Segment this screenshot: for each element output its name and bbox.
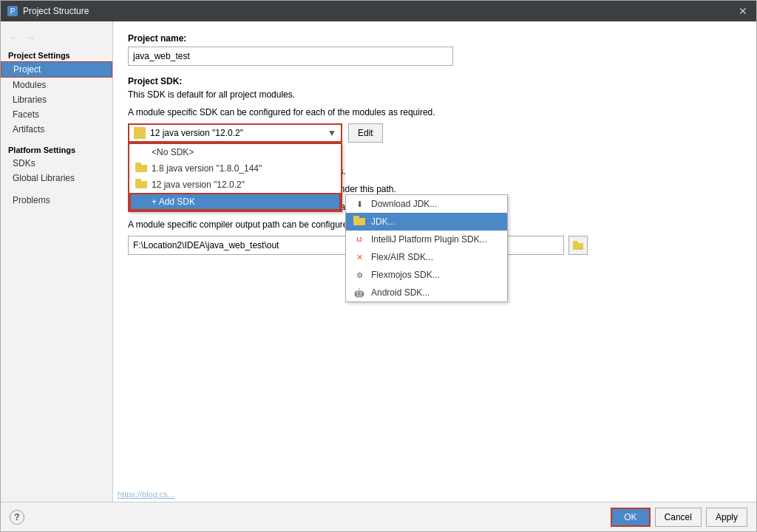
add-sdk-option[interactable]: + + Add SDK ⬇ Download JDK... [129, 193, 341, 211]
svg-text:P: P [10, 7, 16, 16]
project-sdk-desc1: This SDK is default for all project modu… [128, 88, 741, 101]
apply-button[interactable]: Apply [706, 508, 747, 527]
dialog-icon: P [7, 5, 18, 17]
sdk-12-icon [135, 179, 147, 191]
android-icon: 🤖 [353, 287, 365, 299]
sdk-dropdown-popup: <No SDK> 1.8 java version "1.8.0_144" [128, 143, 342, 212]
sidebar-item-modules[interactable]: Modules [1, 78, 112, 92]
submenu-intellij-sdk[interactable]: IJ IntelliJ Platform Plugin SDK... [346, 231, 507, 248]
sidebar-item-project[interactable]: Project [1, 61, 112, 78]
sdk-option-12[interactable]: 12 java version "12.0.2" [129, 177, 341, 193]
forward-arrow[interactable]: → [23, 30, 38, 45]
browse-folder-button[interactable] [568, 236, 588, 255]
edit-sdk-button[interactable]: Edit [348, 123, 383, 143]
submenu-jdk[interactable]: JDK... [346, 213, 507, 231]
dialog-footer: ? OK Cancel Apply [1, 502, 756, 531]
submenu-download-jdk[interactable]: ⬇ Download JDK... [346, 195, 507, 213]
svg-rect-8 [353, 218, 365, 225]
project-sdk-label: Project SDK: [128, 76, 741, 86]
project-settings-label: Project Settings [1, 48, 112, 61]
sidebar-item-libraries[interactable]: Libraries [1, 92, 112, 107]
sidebar-item-problems[interactable]: Problems [1, 193, 112, 208]
selected-sdk-text: 12 java version "12.0.2" [150, 128, 243, 138]
sidebar-item-global-libraries[interactable]: Global Libraries [1, 171, 112, 185]
cancel-button[interactable]: Cancel [655, 508, 702, 527]
jdk-folder-icon [353, 216, 365, 228]
dialog-body: ← → Project Settings Project Modules Lib… [1, 21, 756, 502]
sdk-option-18[interactable]: 1.8 java version "1.8.0_144" [129, 160, 341, 177]
footer-buttons: OK Cancel Apply [611, 508, 747, 527]
svg-rect-10 [573, 243, 583, 250]
sidebar-item-facets[interactable]: Facets [1, 107, 112, 122]
download-icon: ⬇ [353, 198, 365, 210]
close-button[interactable]: ✕ [736, 4, 750, 18]
sidebar-spacer [1, 137, 112, 143]
submenu-flex-sdk[interactable]: ✕ Flex/AIR SDK... [346, 248, 507, 266]
sidebar: ← → Project Settings Project Modules Lib… [1, 21, 113, 502]
title-bar: P Project Structure ✕ [1, 1, 756, 21]
flex-icon: ✕ [353, 251, 365, 263]
intellij-icon: IJ [353, 233, 365, 245]
dialog-title: Project Structure [23, 6, 736, 16]
project-name-input[interactable] [128, 47, 453, 66]
back-arrow[interactable]: ← [7, 30, 21, 45]
svg-rect-4 [135, 165, 147, 172]
sdk-dropdown-wrapper: 12 java version "12.0.2" ▼ <No SDK> [128, 123, 342, 143]
svg-rect-9 [353, 216, 359, 219]
svg-rect-7 [135, 179, 141, 182]
watermark-text: https://blog.cs... [118, 490, 174, 499]
sidebar-item-artifacts[interactable]: Artifacts [1, 122, 112, 137]
sidebar-item-sdks[interactable]: SDKs [1, 156, 112, 171]
svg-rect-3 [135, 129, 140, 132]
svg-rect-5 [135, 163, 141, 166]
project-structure-dialog: P Project Structure ✕ ← → Project Settin… [0, 0, 757, 532]
dropdown-arrow-icon: ▼ [327, 128, 336, 138]
nav-arrows: ← → [1, 27, 112, 48]
plus-icon: + [137, 197, 147, 207]
platform-settings-label: Platform Settings [1, 143, 112, 156]
no-sdk-icon [135, 146, 147, 158]
sdk-folder-icon [134, 127, 146, 139]
sdk-18-icon [135, 163, 147, 174]
sdk-row: 12 java version "12.0.2" ▼ <No SDK> [128, 123, 741, 143]
sdk-option-no-sdk[interactable]: <No SDK> [129, 144, 341, 160]
svg-rect-6 [135, 181, 147, 188]
project-name-label: Project name: [128, 33, 741, 44]
flexmojos-icon: ⚙ [353, 269, 365, 281]
help-button[interactable]: ? [10, 510, 24, 525]
add-sdk-submenu: ⬇ Download JDK... JDK... [345, 194, 508, 302]
svg-rect-2 [135, 131, 144, 137]
project-sdk-desc2: A module specific SDK can be configured … [128, 106, 741, 119]
sdk-dropdown[interactable]: 12 java version "12.0.2" ▼ [128, 123, 342, 143]
submenu-flexmojos-sdk[interactable]: ⚙ Flexmojos SDK... [346, 266, 507, 284]
submenu-android-sdk[interactable]: 🤖 Android SDK... [346, 284, 507, 301]
content-area: Project name: Project SDK: This SDK is d… [113, 21, 756, 502]
svg-rect-11 [573, 241, 578, 244]
ok-button[interactable]: OK [611, 508, 650, 527]
